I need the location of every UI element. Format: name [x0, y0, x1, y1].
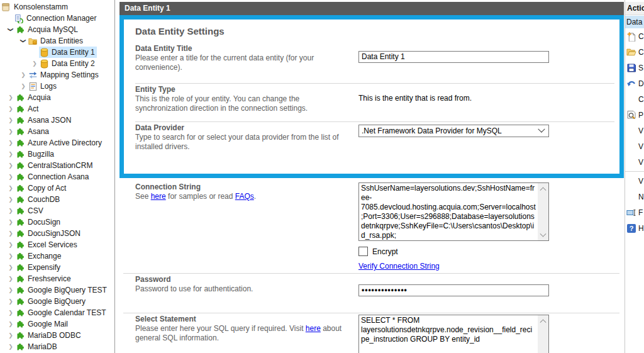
tree-item-act[interactable]: Act	[0, 103, 114, 115]
tree-chevron-collapsed-icon[interactable]	[6, 172, 15, 181]
tree-item-logs[interactable]: Logs	[0, 81, 114, 92]
connector-icon	[16, 161, 25, 171]
tree-item-konsolenstamm[interactable]: Konsolenstamm	[0, 1, 114, 13]
tree-chevron-collapsed-icon[interactable]	[6, 320, 15, 328]
action-item-10[interactable]: V	[625, 173, 644, 189]
description-link-here[interactable]: here	[306, 324, 321, 333]
tree-chevron-collapsed-icon[interactable]	[6, 104, 15, 113]
tree-item-mapping-settings[interactable]: Mapping Settings	[0, 69, 114, 81]
tree-item-asana-json[interactable]: Asana JSON	[0, 115, 114, 126]
tree-item-expensify[interactable]: Expensify	[0, 262, 114, 273]
tree-chevron-collapsed-icon[interactable]	[6, 195, 15, 204]
scroll-up-button[interactable]	[538, 183, 548, 193]
action-item-1[interactable]: C	[625, 44, 644, 60]
tree-chevron-expanded-icon[interactable]	[19, 36, 28, 45]
tree-chevron-expanded-icon[interactable]	[6, 25, 15, 34]
tree-item-google-bigquery[interactable]: Google BigQuery	[0, 296, 114, 307]
data-provider-select[interactable]: .Net Framework Data Provider for MySQL	[358, 125, 549, 137]
scrollbar[interactable]	[538, 183, 548, 240]
tree-chevron-collapsed-icon[interactable]	[6, 218, 15, 227]
description-link-faqs[interactable]: FAQs	[235, 192, 254, 201]
tree-item-mariadb-odbc[interactable]: MariaDB ODBC	[0, 330, 114, 341]
tree-chevron-collapsed-icon[interactable]	[6, 150, 15, 159]
tree-item-data-entity-2[interactable]: Data Entity 2	[0, 58, 114, 69]
select-statement-textarea[interactable]: SELECT * FROM layersolutionsdetnkqrpve.n…	[358, 315, 549, 353]
tree-chevron-collapsed-icon[interactable]	[6, 274, 15, 283]
connector-icon	[16, 342, 25, 352]
tree-chevron-collapsed-icon[interactable]	[6, 206, 15, 215]
tree-chevron-collapsed-icon[interactable]	[6, 161, 15, 170]
tree-item-couchdb[interactable]: CouchDB	[0, 194, 114, 205]
connector-icon	[16, 218, 25, 227]
tree-chevron-collapsed-icon[interactable]	[6, 229, 15, 238]
action-item-13[interactable]: ?H	[625, 220, 644, 236]
action-item-label: F	[638, 208, 643, 217]
tree-item-label: Act	[28, 104, 38, 113]
action-item-5[interactable]: P	[625, 107, 644, 123]
tree-chevron-collapsed-icon[interactable]	[19, 82, 28, 91]
action-item-12[interactable]: F	[625, 205, 644, 220]
tree-item-bugzilla[interactable]: Bugzilla	[0, 148, 114, 160]
tree-chevron-collapsed-icon[interactable]	[6, 240, 15, 249]
tree-chevron-collapsed-icon[interactable]	[30, 59, 39, 68]
action-item-6[interactable]: V	[625, 123, 644, 138]
tree-item-asana[interactable]: Asana	[0, 126, 114, 137]
tree-item-acquia-mysql[interactable]: Acquia MySQL	[0, 24, 114, 35]
logs-icon	[28, 82, 38, 91]
tree-chevron-collapsed-icon[interactable]	[6, 342, 15, 351]
title-input[interactable]	[358, 51, 549, 63]
tree-item-content: Azure Active Directory	[15, 137, 104, 148]
tree-item-google-bigquery-test[interactable]: Google BigQuery TEST	[0, 284, 114, 296]
tree-chevron-collapsed-icon[interactable]	[19, 70, 28, 79]
tree-chevron-collapsed-icon[interactable]	[6, 138, 15, 147]
tree-chevron-collapsed-icon[interactable]	[6, 263, 15, 272]
tree-chevron-collapsed-icon[interactable]	[6, 252, 15, 261]
tree-chevron-collapsed-icon[interactable]	[6, 116, 15, 125]
tree-item-excel-services[interactable]: Excel Services	[0, 239, 114, 250]
tree-chevron-collapsed-icon[interactable]	[6, 286, 15, 294]
tree-item-data-entities[interactable]: Data Entities	[0, 35, 114, 47]
tree-item-docusign[interactable]: DocuSign	[0, 216, 114, 228]
action-item-4[interactable]: C	[625, 91, 644, 107]
actions-group-data[interactable]: Data	[625, 16, 644, 28]
encrypt-checkbox[interactable]	[358, 247, 368, 256]
scroll-up-button[interactable]	[538, 315, 548, 325]
tree-item-csv[interactable]: CSV	[0, 205, 114, 216]
connector-icon	[16, 331, 25, 340]
action-item-2[interactable]: S	[625, 60, 644, 76]
tree-item-data-entity-1[interactable]: Data Entity 1	[0, 47, 114, 58]
tree-item-mariadb[interactable]: MariaDB	[0, 341, 114, 352]
connection-string-textarea[interactable]: SshUserName=layersolutions.dev;SshHostNa…	[358, 182, 549, 241]
tree-item-content: Connection Manager	[14, 13, 98, 24]
action-item-0[interactable]: C	[625, 28, 644, 44]
scroll-down-button[interactable]	[538, 230, 548, 240]
tree-item-azure-active-directory[interactable]: Azure Active Directory	[0, 137, 114, 148]
tree-item-connection-asana[interactable]: Connection Asana	[0, 171, 114, 182]
tree-chevron-collapsed-icon[interactable]	[6, 331, 15, 340]
scrollbar[interactable]	[538, 315, 548, 353]
tree-chevron-collapsed-icon[interactable]	[6, 127, 15, 136]
svg-text:?: ?	[630, 225, 634, 232]
action-item-3[interactable]: D	[625, 76, 644, 91]
tree-item-copy-of-act[interactable]: Copy of Act	[0, 182, 114, 194]
tree-item-centralstationcrm[interactable]: CentralStationCRM	[0, 160, 114, 171]
tree-chevron-collapsed-icon[interactable]	[6, 308, 15, 317]
tree-chevron-collapsed-icon[interactable]	[6, 297, 15, 306]
action-item-8[interactable]: V	[625, 154, 644, 170]
tree-item-exchange[interactable]: Exchange	[0, 250, 114, 262]
tree-item-docusignjson[interactable]: DocuSignJSON	[0, 228, 114, 239]
tree-item-acquia[interactable]: Acquia	[0, 92, 114, 103]
tree-chevron-collapsed-icon[interactable]	[6, 184, 15, 193]
tree-item-google-calendar-test[interactable]: Google Calendar TEST	[0, 307, 114, 318]
tree-item-freshservice[interactable]: Freshservice	[0, 273, 114, 284]
password-input[interactable]	[358, 284, 549, 296]
tree-chevron-collapsed-icon[interactable]	[6, 93, 15, 102]
action-item-7[interactable]: V	[625, 138, 644, 154]
verify-connection-string-link[interactable]: Verify Connection String	[358, 262, 440, 271]
tree-item-google-mail[interactable]: Google Mail	[0, 318, 114, 330]
actions-panel: Actio Data CCSDCPVVVVNF?H	[625, 0, 644, 353]
tree-item-connection-manager[interactable]: Connection Manager	[0, 13, 114, 24]
action-item-11[interactable]: N	[625, 189, 644, 205]
form-row-data-provider: Data ProviderType to search for or selec…	[124, 122, 619, 169]
description-link-here[interactable]: here	[151, 192, 166, 201]
